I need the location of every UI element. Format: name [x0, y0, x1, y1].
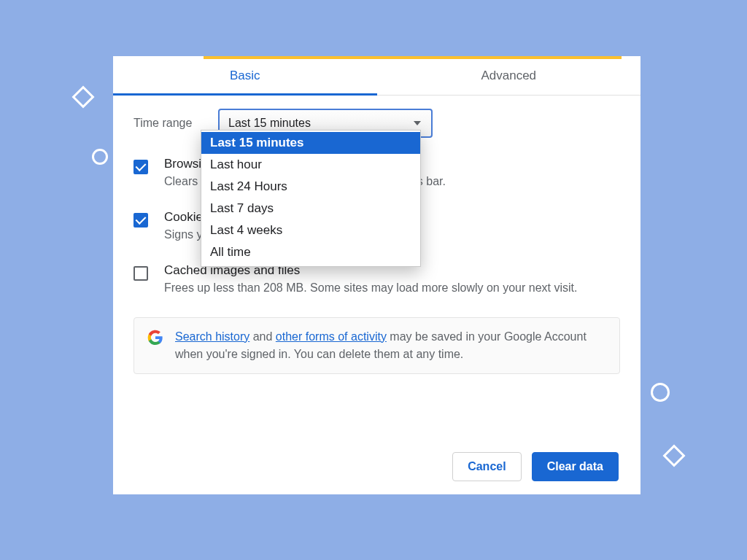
other-activity-link[interactable]: other forms of activity: [276, 330, 387, 343]
search-history-link[interactable]: Search history: [175, 330, 249, 343]
cache-checkbox[interactable]: [133, 266, 148, 281]
time-range-option[interactable]: Last 24 Hours: [201, 176, 420, 198]
decoration-circle: [651, 383, 670, 402]
dialog-body: Time range Last 15 minutes Last 15 minut…: [113, 96, 640, 374]
google-logo-icon: [147, 330, 163, 346]
google-account-message: Search history and other forms of activi…: [175, 328, 606, 363]
cancel-button[interactable]: Cancel: [452, 452, 521, 481]
time-range-option[interactable]: All time: [201, 241, 420, 263]
time-range-option[interactable]: Last 4 weeks: [201, 219, 420, 241]
time-range-option[interactable]: Last 7 days: [201, 198, 420, 219]
chevron-down-icon: [414, 121, 421, 125]
dialog-tabs: Basic Advanced: [113, 56, 640, 96]
cache-row: Cached images and files Frees up less th…: [133, 263, 620, 296]
clear-browsing-data-dialog: Basic Advanced Time range Last 15 minute…: [113, 56, 640, 494]
browsing-history-checkbox[interactable]: [133, 160, 148, 174]
tab-advanced[interactable]: Advanced: [377, 56, 641, 95]
info-text-mid: and: [249, 330, 276, 343]
cache-desc: Frees up less than 208 MB. Some sites ma…: [164, 279, 577, 296]
google-account-info: Search history and other forms of activi…: [133, 317, 620, 374]
cookies-checkbox[interactable]: [133, 213, 148, 228]
decoration-circle: [92, 149, 108, 165]
decoration-diamond: [71, 85, 94, 108]
time-range-option[interactable]: Last hour: [201, 154, 420, 176]
dialog-footer: Cancel Clear data: [452, 452, 619, 481]
clear-data-button[interactable]: Clear data: [532, 452, 619, 481]
time-range-dropdown: Last 15 minutes Last hour Last 24 Hours …: [201, 130, 421, 267]
time-range-option[interactable]: Last 15 minutes: [201, 132, 420, 154]
decoration-diamond: [662, 444, 685, 467]
time-range-label: Time range: [133, 117, 201, 130]
tab-basic[interactable]: Basic: [113, 56, 377, 95]
cache-text: Cached images and files Frees up less th…: [164, 263, 577, 296]
time-range-selected-value: Last 15 minutes: [228, 117, 311, 130]
